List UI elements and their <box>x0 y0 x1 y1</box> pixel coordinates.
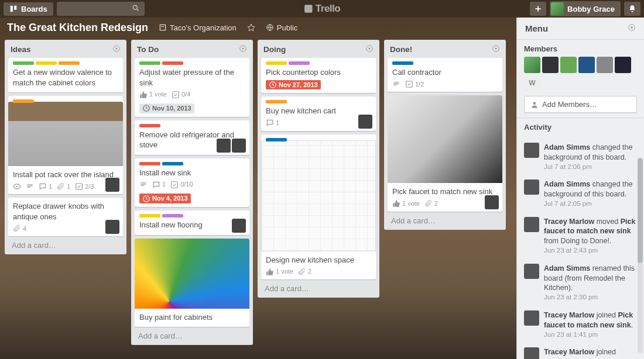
activity-item[interactable]: Adam Simms renamed this board (from Remo… <box>524 260 640 306</box>
add-card-button[interactable]: Add a card… <box>388 212 502 229</box>
card[interactable]: Install pot rack over the island112/3 <box>8 96 123 194</box>
comments-badge: 1 <box>266 119 279 127</box>
boards-label: Boards <box>21 5 47 13</box>
svg-rect-0 <box>11 6 13 12</box>
card-title: Design new kitchen space <box>266 255 371 265</box>
activity-item[interactable]: Tracey Marlow moved Pick faucet to match… <box>524 213 640 260</box>
activity-item[interactable]: Tracey Marlow joined Pick faucet to matc… <box>524 306 640 343</box>
card-label <box>59 61 80 65</box>
card[interactable]: Install new sink10/10Nov 4, 2013 <box>135 158 249 207</box>
member-avatar[interactable] <box>615 57 631 73</box>
activity-item[interactable]: Tracey Marlow joined Remove old refriger… <box>524 343 640 359</box>
card[interactable]: Replace drawer knobs with antique ones4 <box>8 198 123 236</box>
card[interactable]: Remove old refrigerator and stove <box>135 120 249 155</box>
activity-avatar <box>524 310 539 326</box>
comments-badge: 1 <box>152 180 166 189</box>
card-member-avatar[interactable] <box>358 115 372 129</box>
member-avatar[interactable]: W <box>524 75 540 91</box>
list-menu-button[interactable] <box>492 44 500 54</box>
menu-settings-button[interactable] <box>628 23 636 33</box>
visibility-button[interactable]: Public <box>266 23 297 32</box>
add-card-button[interactable]: Add a card… <box>135 327 249 344</box>
add-card-button[interactable]: Add a card… <box>261 279 376 296</box>
svg-rect-4 <box>304 5 312 12</box>
list-menu-button[interactable] <box>239 44 247 54</box>
card-member-avatar[interactable] <box>232 219 246 233</box>
list-title[interactable]: Doing <box>263 45 286 54</box>
scrollbar[interactable] <box>638 158 643 353</box>
card-badges: 10/10Nov 4, 2013 <box>139 180 245 203</box>
activity-avatar <box>524 347 539 359</box>
svg-rect-12 <box>76 184 83 190</box>
card[interactable]: Buy paint for cabinets <box>135 239 249 327</box>
list-title[interactable]: Ideas <box>11 45 31 54</box>
card-badges: 1 vote0/4Nov 10, 2013 <box>139 90 245 113</box>
card-label <box>266 100 287 103</box>
card-member-avatar[interactable] <box>217 139 231 153</box>
svg-rect-6 <box>162 26 163 27</box>
card-label <box>162 162 183 165</box>
svg-rect-5 <box>160 25 165 30</box>
member-avatar[interactable] <box>578 57 595 73</box>
svg-point-14 <box>242 48 244 50</box>
comments-badge: 1 <box>39 182 52 191</box>
list-menu-button[interactable] <box>112 44 121 54</box>
list: IdeasGet a new window valence to match t… <box>5 40 126 254</box>
menu-panel: Menu Members W Add Members… Activity Ada… <box>516 18 644 359</box>
card[interactable]: Pick countertop colorsNov 27, 2013 <box>261 58 376 93</box>
notifications-button[interactable] <box>624 2 640 16</box>
card-member-avatar[interactable] <box>485 195 499 209</box>
activity-list[interactable]: Adam Simms changed the background of thi… <box>517 136 644 359</box>
card[interactable]: Get a new window valence to match the ca… <box>8 58 123 92</box>
card[interactable]: Design new kitchen space1 vote2 <box>261 134 376 279</box>
activity-avatar <box>524 180 539 195</box>
card-label <box>13 61 34 65</box>
activity-avatar <box>524 217 539 232</box>
attachments-badge: 2 <box>298 267 311 276</box>
card-label <box>289 61 310 65</box>
card-label <box>139 162 160 165</box>
search-icon <box>132 4 140 14</box>
card-member-avatar[interactable] <box>105 178 119 192</box>
card-member-avatar[interactable] <box>105 220 119 234</box>
card-title: Buy new kitchen cart <box>266 106 371 116</box>
member-avatar[interactable] <box>597 57 613 73</box>
card[interactable]: Adjust water pressure of the sink1 vote0… <box>135 58 249 117</box>
trello-logo[interactable]: Trello <box>304 3 340 15</box>
search-input[interactable] <box>57 2 145 16</box>
add-card-button[interactable]: Add a card… <box>8 236 123 253</box>
list-title[interactable]: Done! <box>390 45 412 54</box>
plus-icon <box>534 5 542 13</box>
card-title: Buy paint for cabinets <box>139 312 245 323</box>
star-button[interactable] <box>247 23 255 32</box>
activity-item[interactable]: Adam Simms changed the background of thi… <box>524 175 640 212</box>
card-label <box>162 61 183 65</box>
bell-icon <box>628 5 636 13</box>
svg-line-3 <box>137 9 139 11</box>
card-label <box>162 214 183 218</box>
card-label <box>266 61 287 65</box>
activity-item[interactable]: Adam Simms changed the background of thi… <box>524 139 640 175</box>
card-label <box>139 61 160 65</box>
card-title: Pick faucet to match new sink <box>392 187 498 197</box>
card[interactable]: Buy new kitchen cart1 <box>261 96 376 130</box>
card[interactable]: Call contractor1/2 <box>388 58 502 92</box>
card-cover-image <box>261 140 376 251</box>
add-button[interactable] <box>530 2 546 16</box>
org-link[interactable]: Taco's Organization <box>159 23 237 32</box>
list-title[interactable]: To Do <box>137 45 159 54</box>
svg-point-26 <box>631 26 633 29</box>
card[interactable]: Pick faucet to match new sink1 vote2 <box>388 95 502 211</box>
board-title[interactable]: The Great Kitchen Redesign <box>7 22 148 34</box>
card-member-avatar[interactable] <box>232 139 246 153</box>
boards-button[interactable]: Boards <box>4 2 53 16</box>
add-members-button[interactable]: Add Members… <box>524 96 637 113</box>
org-icon <box>159 23 167 32</box>
member-avatar[interactable] <box>524 57 540 73</box>
user-menu[interactable]: Bobby Grace <box>550 1 621 16</box>
member-avatar[interactable] <box>560 57 577 73</box>
desc-badge <box>26 182 34 191</box>
card[interactable]: Install new flooring <box>135 210 249 235</box>
member-avatar[interactable] <box>542 57 559 73</box>
list-menu-button[interactable] <box>365 44 374 54</box>
